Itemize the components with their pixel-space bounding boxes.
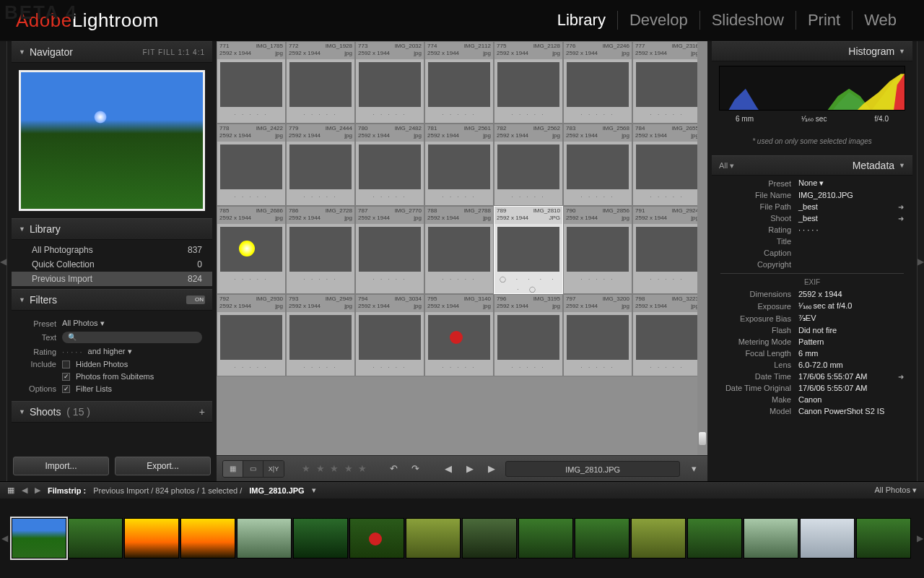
module-develop[interactable]: Develop: [618, 11, 700, 30]
metadata-row[interactable]: Date Time Original17/6/06 5:55:07 AM: [720, 382, 904, 394]
shoots-header[interactable]: ▼ Shoots ( 15 ) +: [12, 401, 212, 423]
filmstrip-thumb[interactable]: [237, 518, 292, 558]
filmstrip-left-icon[interactable]: ◀: [0, 499, 9, 578]
metadata-header[interactable]: All ▾ Metadata▼: [712, 155, 912, 176]
navigator-zoom-options[interactable]: FIT FILL 1:1 4:1: [142, 48, 205, 56]
back-icon[interactable]: ◀: [22, 486, 27, 495]
metadata-row[interactable]: Title: [720, 236, 904, 247]
metadata-row[interactable]: Rating· · · · ·: [720, 224, 904, 236]
filmstrip-filter[interactable]: All Photos ▾: [874, 486, 917, 495]
module-web[interactable]: Web: [853, 11, 908, 30]
grid-cell[interactable]: 793IMG_29492592 x 1944jpg· · · · ·: [286, 294, 355, 376]
filters-header[interactable]: ▼ Filters ON: [12, 289, 212, 311]
import-button[interactable]: Import...: [13, 457, 109, 475]
second-window-icon[interactable]: ▦: [7, 486, 14, 495]
grid-cell[interactable]: 775IMG_21282592 x 1944jpg· · · · ·: [494, 41, 563, 124]
grid-cell[interactable]: 788IMG_27882592 x 1944jpg· · · · ·: [424, 206, 494, 294]
library-row[interactable]: Quick Collection0: [12, 257, 212, 272]
filmstrip-thumb[interactable]: [856, 518, 911, 558]
undo-icon[interactable]: ↶: [385, 463, 401, 474]
metadata-row[interactable]: Focal Length6 mm: [720, 348, 904, 359]
redo-icon[interactable]: ↷: [407, 463, 423, 474]
module-slideshow[interactable]: Slideshow: [700, 11, 796, 30]
add-shoot-icon[interactable]: +: [199, 406, 205, 418]
loupe-view-icon[interactable]: ▭: [243, 461, 263, 477]
grid-cell[interactable]: 784IMG_26552592 x 1944jpg· · · · ·: [632, 124, 702, 206]
filmstrip-thumb[interactable]: [631, 518, 686, 558]
metadata-row[interactable]: Lens6.0-72.0 mm: [720, 359, 904, 371]
compare-view-icon[interactable]: X|Y: [263, 461, 284, 477]
subitems-checkbox[interactable]: ✓: [62, 373, 70, 381]
forward-icon[interactable]: ▶: [35, 486, 40, 495]
grid-cell[interactable]: 777IMG_23162592 x 1944jpg· · · · ·: [632, 41, 702, 124]
play-icon[interactable]: ▶: [462, 463, 478, 474]
grid-cell[interactable]: 798IMG_32232592 x 1944jpg· · · · ·: [632, 294, 702, 376]
filter-rating-mode[interactable]: and higher ▾: [88, 347, 132, 356]
filmstrip-thumb[interactable]: [687, 518, 742, 558]
grid-cell[interactable]: 778IMG_24222592 x 1944jpg· · · · ·: [217, 124, 286, 206]
filmstrip-thumb[interactable]: [462, 518, 517, 558]
filter-preset-dropdown[interactable]: All Photos ▾: [62, 319, 105, 328]
module-print[interactable]: Print: [796, 11, 853, 30]
grid-cell[interactable]: 786IMG_27282592 x 1944jpg· · · · ·: [286, 206, 355, 294]
grid-cell[interactable]: 794IMG_30342592 x 1944jpg· · · · ·: [355, 294, 424, 376]
goto-icon[interactable]: ➜: [898, 373, 904, 381]
metadata-row[interactable]: Dimensions2592 x 1944: [720, 288, 904, 300]
filmstrip-thumb[interactable]: [293, 518, 348, 558]
right-panel-collapse[interactable]: ▶: [917, 41, 924, 481]
histogram-header[interactable]: Histogram▼: [712, 41, 912, 61]
metadata-row[interactable]: MakeCanon: [720, 394, 904, 405]
grid-cell[interactable]: 771IMG_17852592 x 1944jpg· · · · ·: [217, 41, 286, 124]
navigator-preview[interactable]: [19, 70, 205, 211]
metadata-row[interactable]: Metering ModePattern: [720, 336, 904, 348]
hidden-photos-checkbox[interactable]: [62, 361, 70, 368]
metadata-row[interactable]: Exposure¹⁄₁₆₀ sec at f/4.0: [720, 300, 904, 312]
filmstrip-thumb[interactable]: [800, 518, 855, 558]
grid-cell[interactable]: 773IMG_20322592 x 1944jpg· · · · ·: [355, 41, 424, 124]
prev-photo-icon[interactable]: ◀: [440, 463, 456, 474]
grid-cell[interactable]: 789IMG_28102592 x 1944JPG◯ · · · · · ◯: [494, 206, 563, 294]
library-row[interactable]: All Photographs837: [12, 243, 212, 257]
grid-cell[interactable]: 779IMG_24442592 x 1944jpg· · · · ·: [286, 124, 355, 206]
grid-cell[interactable]: 772IMG_19282592 x 1944jpg· · · · ·: [286, 41, 355, 124]
grid-cell[interactable]: 780IMG_24822592 x 1944jpg· · · · ·: [355, 124, 424, 206]
filmstrip-dropdown-icon[interactable]: ▾: [312, 486, 316, 495]
filmstrip-thumb[interactable]: [12, 518, 66, 558]
filters-toggle[interactable]: ON: [186, 296, 205, 304]
grid-cell[interactable]: 796IMG_31952592 x 1944jpg· · · · ·: [494, 294, 563, 376]
filmstrip-thumb[interactable]: [744, 518, 798, 558]
filmstrip-right-icon[interactable]: ▶: [915, 499, 924, 578]
metadata-row[interactable]: ModelCanon PowerShot S2 IS: [720, 405, 904, 417]
grid-cell[interactable]: 774IMG_21122592 x 1944jpg· · · · ·: [424, 41, 494, 124]
left-panel-collapse[interactable]: ◀: [0, 41, 7, 481]
metadata-row[interactable]: File NameIMG_2810.JPG: [720, 189, 904, 201]
filmstrip-path[interactable]: Previous Import / 824 photos / 1 selecte…: [93, 486, 242, 495]
histogram-display[interactable]: [719, 66, 905, 111]
navigator-header[interactable]: ▼ Navigator FIT FILL 1:1 4:1: [12, 41, 212, 63]
filter-text-input[interactable]: 🔍: [62, 332, 202, 343]
filmstrip-thumbs[interactable]: [9, 499, 915, 578]
metadata-row[interactable]: File Path_best➜: [720, 201, 904, 212]
grid-cell[interactable]: 782IMG_25622592 x 1944jpg· · · · ·: [494, 124, 563, 206]
goto-icon[interactable]: ➜: [898, 203, 904, 211]
filmstrip-thumb[interactable]: [518, 518, 573, 558]
filmstrip-thumb[interactable]: [406, 518, 461, 558]
metadata-row[interactable]: FlashDid not fire: [720, 324, 904, 336]
metadata-row[interactable]: Caption: [720, 247, 904, 259]
export-button[interactable]: Export...: [115, 457, 211, 475]
filmstrip-thumb[interactable]: [575, 518, 629, 558]
grid-cell[interactable]: 797IMG_32002592 x 1944jpg· · · · ·: [563, 294, 632, 376]
metadata-row[interactable]: Shoot_best➜: [720, 212, 904, 224]
metadata-row[interactable]: Date Time17/6/06 5:55:07 AM➜: [720, 371, 904, 382]
grid-view-icon[interactable]: ▦: [223, 461, 243, 477]
metadata-set-dropdown[interactable]: All ▾: [719, 161, 734, 170]
grid-cell[interactable]: 795IMG_31402592 x 1944jpg· · · · ·: [424, 294, 494, 376]
grid-cell[interactable]: 781IMG_25612592 x 1944jpg· · · · ·: [424, 124, 494, 206]
filename-dropdown-icon[interactable]: ▾: [686, 463, 702, 474]
filmstrip-thumb[interactable]: [68, 518, 123, 558]
filmstrip-thumb[interactable]: [180, 518, 235, 558]
grid-cell[interactable]: 776IMG_22462592 x 1944jpg· · · · ·: [563, 41, 632, 124]
next-photo-icon[interactable]: ▶: [484, 463, 500, 474]
grid-cell[interactable]: 783IMG_25682592 x 1944jpg· · · · ·: [563, 124, 632, 206]
module-library[interactable]: Library: [546, 11, 618, 30]
